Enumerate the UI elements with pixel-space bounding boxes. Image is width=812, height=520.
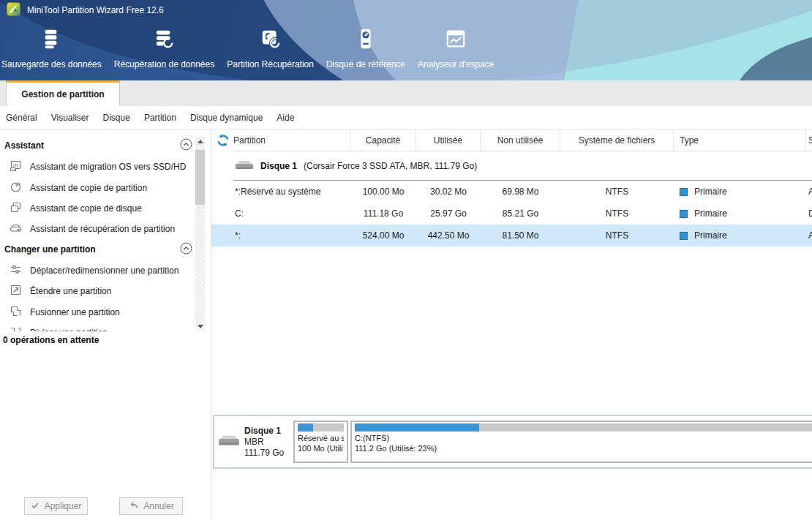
scrollbar-thumb[interactable] — [195, 150, 205, 205]
tab-label: Gestion de partition — [21, 89, 104, 99]
sidebar: Assistant Assistant de migration OS vers… — [0, 129, 211, 520]
tab-bar: Gestion de partition — [0, 80, 812, 106]
collapse-chevron-icon[interactable] — [180, 242, 192, 255]
primary-type-chip — [680, 188, 688, 196]
apply-button[interactable]: Appliquer — [24, 497, 88, 515]
usage-bar — [298, 423, 344, 432]
column-label: Type — [680, 135, 699, 146]
menu-partition[interactable]: Partition — [144, 113, 176, 123]
column-header-partition[interactable]: Partition — [211, 129, 350, 151]
move-resize-icon — [10, 263, 22, 278]
sidebar-item-extend-partition[interactable]: Étendre une partition — [10, 281, 190, 301]
disk-benchmark-icon — [355, 28, 377, 53]
cell-capacity: 524.00 Mo — [350, 230, 416, 241]
toolbar-item-disk-benchmark[interactable]: Disque de référence — [326, 28, 405, 69]
copy-disk-icon — [10, 201, 22, 216]
collapse-chevron-icon[interactable] — [180, 138, 192, 151]
column-header-filesystem[interactable]: Système de fichiers — [560, 129, 674, 151]
column-header-capacity[interactable]: Capacité — [350, 129, 416, 151]
data-recovery-icon — [154, 28, 176, 53]
cell-type: Primaire — [674, 186, 806, 197]
column-label: Système de fichiers — [579, 135, 655, 146]
usage-bar-fill — [355, 423, 479, 432]
menu-view[interactable]: Visualiser — [51, 113, 89, 123]
disk-map-partition-reserved[interactable]: Réservé au sy 100 Mo (Utili — [293, 421, 348, 463]
cell-used: 25.97 Go — [416, 208, 481, 219]
cell-capacity: 100.00 Mo — [350, 186, 416, 197]
table-header: Partition Capacité Utilisée Non utilisée… — [211, 129, 812, 151]
partition-recovery-icon — [260, 28, 282, 53]
sidebar-item-move-resize[interactable]: Déplacer/redimensionner une partition — [10, 260, 190, 281]
toolbar-label: Partition Récupération — [227, 59, 314, 69]
sidebar-item-label: Assistant de copie de disque — [30, 203, 142, 214]
sidebar-scroll-area: Assistant Assistant de migration OS vers… — [0, 129, 211, 331]
cell-type-label: Primaire — [694, 230, 727, 241]
disk-map-disk-info[interactable]: Disque 1 MBR 111.79 Go — [214, 416, 293, 467]
app-window: MiniTool Partition Wizard Free 12.6 Sauv… — [0, 0, 812, 520]
sidebar-item-label: Déplacer/redimensionner une partition — [30, 265, 178, 276]
column-header-type[interactable]: Type — [674, 129, 806, 151]
column-header-used[interactable]: Utilisée — [416, 129, 481, 151]
toolbar-item-partition-recovery[interactable]: Partition Récupération — [227, 28, 314, 69]
scrollbar-up-arrow[interactable] — [195, 137, 205, 146]
sidebar-item-copy-disk[interactable]: Assistant de copie de disque — [10, 198, 190, 219]
check-icon — [31, 501, 40, 512]
menu-dynamic-disk[interactable]: Disque dynamique — [190, 113, 263, 123]
column-label: Partition — [233, 135, 266, 146]
table-row-selected[interactable]: *: 524.00 Mo 442.50 Mo 81.50 Mo NTFS Pri… — [211, 225, 812, 246]
usage-bar-fill — [298, 423, 313, 432]
menu-general[interactable]: Général — [6, 113, 37, 123]
sidebar-item-label: Assistant de migration OS vers SSD/HD — [30, 162, 186, 172]
app-header: MiniTool Partition Wizard Free 12.6 Sauv… — [0, 0, 812, 80]
cell-filesystem: NTFS — [560, 208, 674, 219]
merge-partition-icon — [10, 305, 22, 320]
toolbar-label: Sauvegarde des données — [1, 59, 102, 69]
window-title: MiniTool Partition Wizard Free 12.6 — [27, 5, 164, 15]
cell-type-label: Primaire — [694, 186, 727, 197]
sidebar-item-recover-partition[interactable]: Assistant de récupération de partition — [10, 219, 190, 239]
cell-used: 442.50 Mo — [416, 230, 481, 241]
space-analyzer-icon — [445, 28, 467, 53]
cell-status: D — [806, 208, 812, 219]
sidebar-item-copy-partition[interactable]: Assistant de copie de partition — [10, 178, 190, 198]
pending-operations-label: 0 opérations en attente — [3, 335, 99, 345]
toolbar-item-space-analyzer[interactable]: Analyseur d'espace — [418, 28, 494, 69]
cell-unused: 81.50 Mo — [481, 230, 560, 241]
column-label: Capacité — [366, 135, 400, 146]
cell-partition: C: — [211, 208, 350, 219]
column-header-unused[interactable]: Non utilisée — [481, 129, 560, 151]
sidebar-item-migrate-os[interactable]: Assistant de migration OS vers SSD/HD — [10, 157, 190, 177]
backup-icon — [40, 28, 62, 53]
scrollbar-down-arrow[interactable] — [195, 322, 205, 331]
partition-block-label: Réservé au sy — [298, 433, 344, 443]
column-header-status[interactable]: S — [806, 129, 812, 151]
toolbar-item-backup[interactable]: Sauvegarde des données — [1, 28, 102, 69]
partition-block-size: 111.2 Go (Utilisé: 23%) — [355, 443, 812, 453]
disk-group-row[interactable]: Disque 1 (Corsair Force 3 SSD ATA, MBR, … — [211, 151, 812, 181]
toolbar-item-data-recovery[interactable]: Récupération de données — [114, 28, 214, 69]
menu-disk[interactable]: Disque — [103, 113, 130, 123]
sidebar-scrollbar[interactable] — [195, 137, 205, 331]
cell-type-label: Primaire — [694, 208, 727, 219]
sidebar-item-label: Fusionner une partition — [30, 307, 120, 317]
sidebar-item-merge-partition[interactable]: Fusionner une partition — [10, 302, 190, 323]
disk-map-disk-name: Disque 1 — [244, 426, 284, 437]
split-partition-icon — [10, 325, 22, 331]
toolbar-label: Récupération de données — [114, 59, 214, 69]
toolbar-label: Disque de référence — [326, 59, 405, 69]
refresh-icon[interactable] — [216, 133, 230, 148]
sidebar-item-split-partition[interactable]: Diviser une partition — [10, 323, 190, 331]
disk-map-panel: Disque 1 MBR 111.79 Go Réservé au sy 100… — [213, 415, 812, 469]
hard-disk-icon — [218, 433, 240, 451]
primary-type-chip — [680, 232, 688, 240]
sidebar-item-label: Diviser une partition — [30, 328, 108, 331]
table-row[interactable]: C: 111.18 Go 25.97 Go 85.21 Go NTFS Prim… — [211, 203, 812, 225]
cell-used: 30.02 Mo — [416, 186, 481, 197]
undo-button[interactable]: Annuler — [119, 497, 183, 515]
disk-map-partition-c[interactable]: C:(NTFS) 111.2 Go (Utilisé: 23%) — [350, 421, 812, 463]
tab-partition-management[interactable]: Gestion de partition — [6, 80, 120, 106]
primary-type-chip — [680, 210, 688, 218]
cell-partition: *:Réservé au système — [211, 186, 350, 197]
menu-help[interactable]: Aide — [277, 113, 294, 123]
table-row[interactable]: *:Réservé au système 100.00 Mo 30.02 Mo … — [211, 181, 812, 203]
